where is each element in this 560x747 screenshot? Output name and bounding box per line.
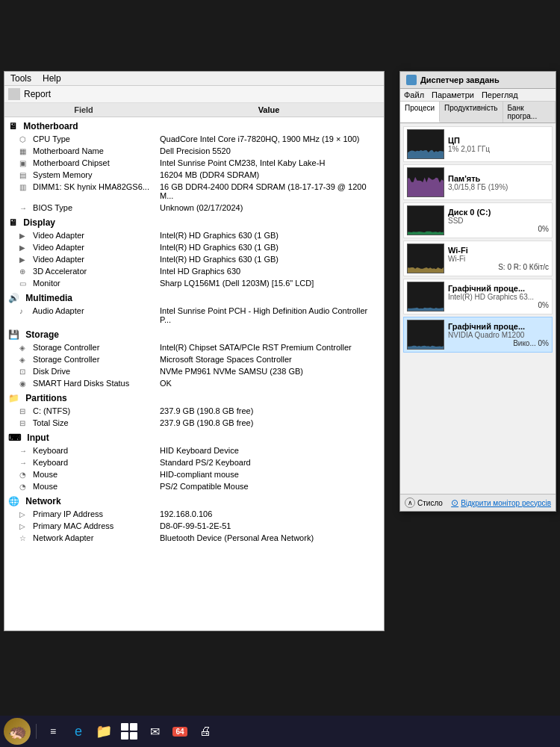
tm-collapse-label: Стисло [417,499,443,507]
section-name: Network [25,496,60,506]
field-cell: ⊕ 3D Accelerator [4,265,154,277]
value-cell: 16 GB DDR4-2400 DDR4 SDRAM (18-17-17-39 … [154,181,384,202]
field-cell: ⊟ C: (NTFS) [4,405,154,417]
taskbar-hedgehog[interactable]: 🦔 [4,718,31,745]
table-row: ▶ Video Adapter Intel(R) HD Graphics 630… [4,229,384,241]
tm-item-value: 0% [448,225,549,233]
taskbar-explorer[interactable]: 📁 [93,720,115,743]
tm-collapse-btn[interactable]: ∧ Стисло [405,498,443,508]
tm-title-icon [406,75,417,85]
tm-item-cpu[interactable]: ЦП 1% 2,01 ГГц [403,126,553,162]
tab-apps[interactable]: Банк програ... [503,102,556,123]
table-row: ▷ Primary MAC Address D8-0F-99-51-2E-51 [4,520,384,532]
taskbar-speccy[interactable]: ≡ [42,720,64,743]
tm-open-monitor-label: Відкрити монітор ресурсів [461,499,551,507]
field-cell: → Keyboard [4,444,154,456]
section-header-network: 🌐 Network [4,492,384,508]
tm-item-info-gpu2: Графічний проце... NVIDIA Quadro M1200 В… [448,322,549,347]
tm-title-bar: Диспетчер завдань [400,72,556,89]
table-row: ⊟ Total Size 237.9 GB (190.8 GB free) [4,417,384,429]
value-cell: Bluetooth Device (Personal Area Network) [154,532,384,544]
table-row: ☆ Network Adapter Bluetooth Device (Pers… [4,532,384,544]
value-cell: Standard PS/2 Keyboard [154,456,384,468]
value-cell: 237.9 GB (190.8 GB free) [154,417,384,429]
explorer-icon: 📁 [96,723,112,740]
tm-item-sub: SSD [448,217,549,225]
taskbar: 🦔 ≡ e 📁 ✉ 64 🖨 [0,716,560,747]
open-monitor-icon: ⊙ [451,498,458,508]
section-name: Partitions [25,393,66,403]
value-cell: Intel Sunrise Point CM238, Intel Kaby La… [154,157,384,169]
tm-item-disk[interactable]: Диск 0 (C:) SSD 0% [403,202,553,238]
tm-menu-params[interactable]: Параметри [432,90,474,99]
tm-item-gpu2[interactable]: Графічний проце... NVIDIA Quadro M1200 В… [403,317,553,353]
section-header-input: ⌨ Input [4,429,384,444]
field-cell: ▣ Motherboard Chipset [4,157,154,169]
value-cell: Microsoft Storage Spaces Controller [154,353,384,365]
menu-help[interactable]: Help [43,73,61,84]
tm-menu-view[interactable]: Перегляд [482,90,518,99]
field-cell: ⬡ CPU Type [4,133,154,145]
tm-item-value: Вико... 0% [448,339,549,347]
tm-open-monitor-btn[interactable]: ⊙ Відкрити монітор ресурсів [451,498,551,508]
field-cell: ⊟ Total Size [4,417,154,429]
table-row: → Keyboard HID Keyboard Device [4,444,384,456]
tm-graph-cpu [407,129,444,159]
tm-footer: ∧ Стисло ⊙ Відкрити монітор ресурсів [400,494,556,511]
tm-item-info-disk: Диск 0 (C:) SSD 0% [448,208,549,233]
section-name: Multimedia [25,293,72,303]
svg-rect-2 [408,206,444,235]
tm-menu-file[interactable]: Файл [404,90,424,99]
section-name: Storage [25,329,59,340]
value-cell: D8-0F-99-51-2E-51 [154,520,384,532]
tab-performance[interactable]: Продуктивність [440,102,503,123]
value-cell: 237.9 GB (190.8 GB free) [154,405,384,417]
field-cell: ▶ Video Adapter [4,241,154,253]
report-label[interactable]: Report [24,89,51,99]
menu-tools[interactable]: Tools [10,73,31,84]
edge-icon: e [75,724,82,740]
tm-item-gpu1[interactable]: Графічний проце... Intel(R) HD Graphics … [403,279,553,314]
tm-item-mem[interactable]: Пам'ять 3,0/15,8 ГБ (19%) [403,164,553,200]
tm-item-sub: NVIDIA Quadro M1200 [448,331,549,339]
col-header-value: Value [154,103,384,117]
taskbar-printer[interactable]: 🖨 [194,720,217,743]
taskbar-mail[interactable]: ✉ [143,720,166,743]
row-icon: ◈ [19,356,28,364]
value-cell: HID-compliant mouse [154,468,384,480]
tm-item-name: Диск 0 (C:) [448,208,549,217]
tm-item-info-cpu: ЦП 1% 2,01 ГГц [448,136,549,153]
row-icon: ▥ [19,183,28,191]
taskbar-badge-64[interactable]: 64 [169,720,191,743]
collapse-icon: ∧ [405,498,415,508]
section-header-display: 🖥 Display [4,214,384,229]
tm-item-info-mem: Пам'ять 3,0/15,8 ГБ (19%) [448,174,549,191]
field-cell: ▶ Video Adapter [4,229,154,241]
row-icon: ♪ [19,307,28,315]
tm-item-name: Графічний проце... [448,322,549,331]
svg-rect-5 [408,320,444,349]
tm-graph-gpu2 [407,320,444,350]
col-header-field: Field [4,103,154,117]
taskbar-edge[interactable]: e [67,720,90,743]
tm-item-value: 0% [448,301,549,309]
field-cell: ◔ Mouse [4,480,154,492]
tm-item-wifi[interactable]: Wi-Fi Wi-Fi S: 0 R: 0 Кбіт/с [403,241,553,276]
tm-graph-wifi [407,244,444,273]
row-icon: ▤ [19,171,28,179]
table-row: ▶ Video Adapter Intel(R) HD Graphics 630… [4,253,384,265]
task-manager-window: Диспетчер завдань Файл Параметри Перегля… [399,71,556,512]
taskbar-windows-store[interactable] [118,720,140,743]
row-icon: ◔ [19,471,28,479]
row-icon: ☆ [19,534,28,542]
tm-graph-disk [407,205,444,235]
table-row: ⊕ 3D Accelerator Intel HD Graphics 630 [4,265,384,277]
tab-processes[interactable]: Процеси [400,102,440,123]
table-row: ◔ Mouse PS/2 Compatible Mouse [4,480,384,492]
table-row: → Keyboard Standard PS/2 Keyboard [4,456,384,468]
menu-bar: Tools Help [4,72,384,86]
section-header-storage: 💾 Storage [4,326,384,341]
field-cell: → Keyboard [4,456,154,468]
tm-item-sub: 1% 2,01 ГГц [448,145,549,153]
toolbar: Report [4,86,384,103]
